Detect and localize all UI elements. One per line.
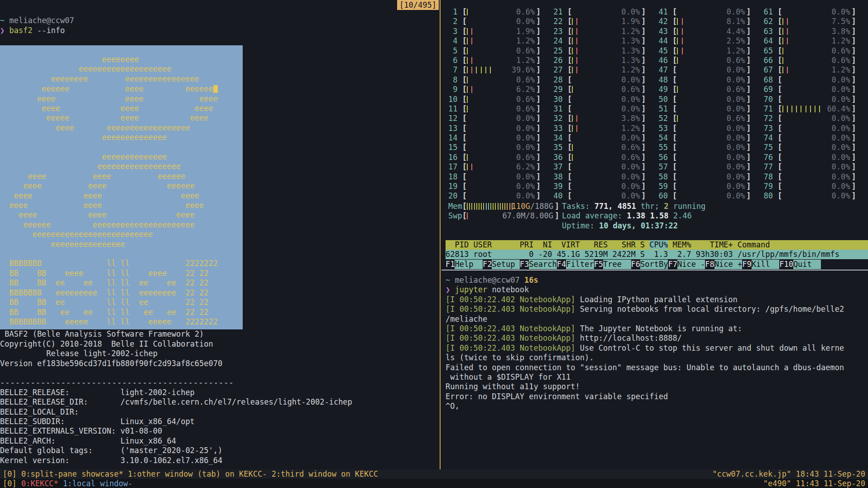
- cpu-number: 51: [658, 104, 667, 114]
- bracket: ]: [641, 75, 646, 84]
- logo-art-line: eeee eeeeeeeeeeeeeeeeee: [0, 123, 243, 133]
- meter-body: 0.0%: [677, 162, 746, 172]
- env-var-value: Linux_x86_64: [120, 436, 176, 445]
- cpu-percent: 0.6%: [832, 56, 850, 65]
- fkey-f9[interactable]: F9Kill: [742, 260, 779, 269]
- log-text: http://localhost:8888/: [575, 333, 682, 343]
- window-item-current[interactable]: 0:KEKCC*: [21, 479, 63, 488]
- meter-body: 0.0%: [572, 172, 641, 182]
- cpu-meter-74: 74 [0.0%]: [764, 133, 856, 143]
- meter-bar: [572, 38, 573, 44]
- cpu-number: 43: [658, 27, 667, 36]
- bracket: ]: [536, 46, 541, 55]
- bracket: [: [563, 46, 572, 55]
- bracket: ]: [641, 85, 646, 94]
- cpu-percent: 0.0%: [621, 182, 640, 191]
- meter-body: 0.6%: [782, 46, 852, 56]
- env-var-value: /cvmfs/belle.cern.ch/el7/releases/light-…: [120, 397, 352, 406]
- meter-bar: [796, 106, 797, 112]
- fkey-label: Quit: [793, 260, 821, 269]
- process-table-header[interactable]: PID USER PRI NI VIRT RES SHR S CPU% MEM%…: [446, 240, 868, 250]
- cpu-number: 14: [448, 133, 457, 143]
- fkey-number: F8: [705, 260, 714, 269]
- bracket: ]: [746, 17, 751, 26]
- window-item-0[interactable]: 0:split-pane showcase*: [21, 469, 128, 478]
- pane-divider-vertical[interactable]: [440, 0, 441, 469]
- meter-bar: [806, 106, 806, 112]
- fkey-label: Tree: [603, 260, 631, 269]
- bracket: [: [773, 143, 782, 152]
- fkey-f6[interactable]: F6SortBy: [631, 260, 668, 269]
- cpu-percent: 0.0%: [832, 124, 850, 133]
- cpu-number: 47: [658, 65, 667, 75]
- cpu-meter-47: 47 [0.0%]: [658, 65, 751, 75]
- cpu-number: 54: [658, 133, 667, 143]
- cpu-number: 33: [553, 124, 562, 133]
- cpu-percent: 0.0%: [516, 191, 535, 201]
- process-table-row[interactable]: 62813 root 0 -20 45.1G 5219M 2422M S 1.3…: [446, 250, 868, 259]
- cpu-number: 24: [553, 36, 562, 46]
- cpu-meter-row: 3 [1.9%]23 [1.2%]43 [4.4%]63 [3.8%]: [448, 27, 856, 36]
- bracket: [: [668, 17, 677, 26]
- cpu-percent: 0.0%: [832, 162, 850, 172]
- prompt-arrow-icon: ❯: [0, 26, 9, 35]
- fkey-f2[interactable]: F2Setup: [483, 260, 520, 269]
- bracket: ]: [536, 27, 541, 36]
- meter-bar: [467, 213, 468, 219]
- bracket: [: [668, 143, 677, 152]
- cpu-meter-row: 19 [0.0%]39 [0.0%]59 [0.0%]79 [0.0%]: [448, 182, 856, 191]
- bracket: [: [457, 172, 466, 181]
- cpu-percent: 0.0%: [726, 133, 745, 143]
- meter-bar: [467, 9, 468, 15]
- bracket: [: [668, 182, 677, 191]
- meter-bar: [782, 28, 783, 35]
- cpu-percent: 0.6%: [621, 153, 640, 162]
- fkey-f8[interactable]: F8Nice +: [705, 260, 742, 269]
- fkey-f5[interactable]: F5Tree: [594, 260, 631, 269]
- cpu-meter-69: 69 [0.0%]: [764, 85, 856, 94]
- meter-bar: [782, 48, 783, 54]
- fkey-f10[interactable]: F10Quit: [779, 260, 821, 269]
- window-item-other[interactable]: 1:local window-: [63, 479, 133, 488]
- bracket: [: [773, 133, 782, 142]
- env-row: BELLE2_LOCAL_DIR:: [0, 407, 440, 417]
- meter-bar: [677, 48, 678, 54]
- env-var-name: BELLE2_SUBDIR:: [0, 417, 120, 426]
- command-duration: 16s: [524, 275, 538, 285]
- log-line: [I 00:50:22.402 NotebookApp] Loading IPy…: [446, 295, 868, 304]
- fkey-number: F10: [779, 260, 793, 269]
- pane-divider-horizontal[interactable]: [441, 270, 868, 271]
- cpu-meter-39: 39 [0.0%]: [553, 182, 646, 191]
- cpu-number: 1: [448, 7, 457, 17]
- fkey-f1[interactable]: F1Help: [446, 260, 483, 269]
- window-item-1[interactable]: 1:other window (tab) on KEKCC-: [128, 469, 271, 478]
- fkey-f3[interactable]: F3Search: [520, 260, 557, 269]
- meter-body: 8.1%: [677, 17, 746, 26]
- logo-art-line: eeeeeeee: [0, 55, 243, 64]
- bracket: ]: [536, 153, 541, 162]
- bracket: [: [773, 27, 782, 36]
- meter-bar: [682, 48, 683, 54]
- log-line: ^O,: [446, 401, 868, 411]
- cpu-meter-28: 28 [0.0%]: [553, 75, 646, 85]
- cpu-percent: 0.0%: [832, 95, 850, 104]
- cpu-percent: 0.0%: [832, 7, 850, 17]
- bracket: ]: [536, 17, 541, 26]
- log-prefix: [I 00:50:22.403 NotebookApp]: [446, 304, 575, 314]
- cpu-meter-6: 6 [1.2%]: [448, 56, 541, 65]
- cpu-meter-18: 18 [0.0%]: [448, 172, 541, 182]
- tmux-screen: ~ meliache@ccw07 ❯ basf2 --info eeeeeeee…: [0, 0, 868, 488]
- meter-body: 0.0%: [782, 162, 852, 172]
- prompt-user-line: ~ meliache@ccw07 16s: [446, 275, 868, 285]
- cpu-percent: 0.6%: [516, 46, 535, 56]
- command-line: ❯ basf2 --info: [0, 26, 440, 35]
- meter-bar: [471, 57, 472, 64]
- meter-body: 0.0%: [677, 65, 746, 75]
- sort-column-cpu[interactable]: CPU%: [649, 240, 668, 249]
- fkey-f4[interactable]: F4Filter: [557, 260, 594, 269]
- fkey-f7[interactable]: F7Nice -: [668, 260, 705, 269]
- meter-body: 0.0%: [782, 124, 852, 133]
- logo-art-line: BB BB ee ee ll ll ee ee 22 22: [0, 278, 243, 288]
- cpu-meter-66: 66 [0.6%]: [764, 56, 856, 65]
- window-item-2[interactable]: 2:third window on KEKCC: [272, 469, 378, 478]
